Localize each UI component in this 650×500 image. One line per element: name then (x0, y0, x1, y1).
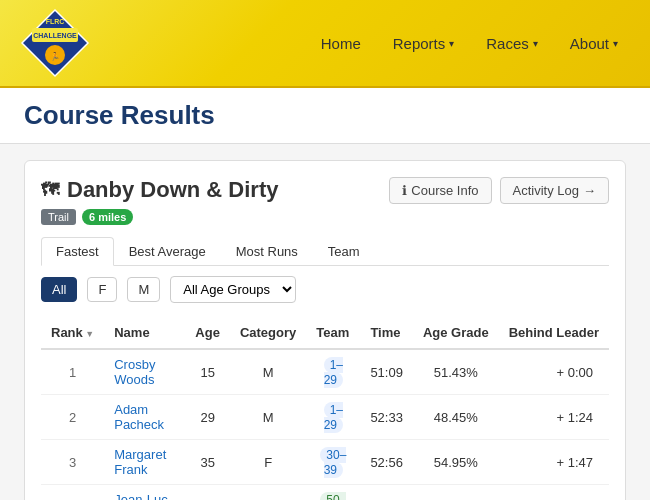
info-icon: ℹ (402, 183, 407, 198)
svg-text:CHALLENGE: CHALLENGE (33, 32, 77, 39)
content-area: 🗺 Danby Down & Dirty Trail 6 miles ℹ Cou… (0, 144, 650, 500)
trail-badge: Trail (41, 209, 76, 225)
team-badge: 1–29 (324, 402, 343, 433)
filter-female[interactable]: F (87, 277, 117, 302)
races-caret-icon: ▾ (533, 38, 538, 49)
course-header: 🗺 Danby Down & Dirty Trail 6 miles ℹ Cou… (41, 177, 609, 225)
svg-text:FLRC: FLRC (46, 18, 65, 25)
cell-team: 1–29 (306, 395, 360, 440)
col-behind-leader: Behind Leader (499, 317, 609, 349)
cell-name[interactable]: Adam Pacheck (104, 395, 185, 440)
cell-name[interactable]: Crosby Woods (104, 349, 185, 395)
col-rank[interactable]: Rank (41, 317, 104, 349)
nav-races[interactable]: Races ▾ (474, 29, 550, 58)
flrc-logo: FLRC CHALLENGE 🏃 (20, 8, 90, 78)
age-group-select[interactable]: All Age Groups 1-29 30-39 40-49 50-59 60… (170, 276, 296, 303)
cell-age-grade: 54.95% (413, 440, 499, 485)
cell-age: 15 (185, 349, 230, 395)
table-row: 3 Margaret Frank 35 F 30–39 52:56 54.95%… (41, 440, 609, 485)
arrow-icon: → (583, 183, 596, 198)
cell-time: 53:25 (360, 485, 413, 501)
main-nav: Home Reports ▾ Races ▾ About ▾ (309, 29, 630, 58)
cell-age: 35 (185, 440, 230, 485)
table-row: 4 Jean-Luc Jannink 54 M 50–59 53:25 55.5… (41, 485, 609, 501)
tab-fastest[interactable]: Fastest (41, 237, 114, 266)
results-tabs: Fastest Best Average Most Runs Team (41, 237, 609, 266)
filter-male[interactable]: M (127, 277, 160, 302)
cell-rank: 1 (41, 349, 104, 395)
table-row: 2 Adam Pacheck 29 M 1–29 52:33 48.45% + … (41, 395, 609, 440)
cell-team: 1–29 (306, 349, 360, 395)
cell-time: 52:33 (360, 395, 413, 440)
course-actions: ℹ Course Info Activity Log → (389, 177, 609, 204)
table-header-row: Rank Name Age Category Team Time Age Gra… (41, 317, 609, 349)
badges-row: Trail 6 miles (41, 209, 278, 225)
cell-behind: + 1:24 (499, 395, 609, 440)
cell-behind: + 1:47 (499, 440, 609, 485)
cell-name[interactable]: Jean-Luc Jannink (104, 485, 185, 501)
cell-category: M (230, 395, 306, 440)
trail-icon: 🗺 (41, 180, 59, 201)
svg-text:🏃: 🏃 (50, 51, 60, 61)
nav-reports[interactable]: Reports ▾ (381, 29, 467, 58)
reports-caret-icon: ▾ (449, 38, 454, 49)
cell-name[interactable]: Margaret Frank (104, 440, 185, 485)
col-team: Team (306, 317, 360, 349)
col-category: Category (230, 317, 306, 349)
col-time: Time (360, 317, 413, 349)
col-name: Name (104, 317, 185, 349)
filter-row: All F M All Age Groups 1-29 30-39 40-49 … (41, 276, 609, 303)
col-age: Age (185, 317, 230, 349)
cell-age: 29 (185, 395, 230, 440)
page-title: Course Results (24, 100, 626, 131)
course-title: 🗺 Danby Down & Dirty (41, 177, 278, 203)
course-info-button[interactable]: ℹ Course Info (389, 177, 491, 204)
page-title-area: Course Results (0, 88, 650, 144)
miles-badge: 6 miles (82, 209, 133, 225)
cell-category: M (230, 349, 306, 395)
course-title-section: 🗺 Danby Down & Dirty Trail 6 miles (41, 177, 278, 225)
cell-rank: 2 (41, 395, 104, 440)
about-caret-icon: ▾ (613, 38, 618, 49)
activity-log-button[interactable]: Activity Log → (500, 177, 609, 204)
cell-behind: + 0:00 (499, 349, 609, 395)
nav-home[interactable]: Home (309, 29, 373, 58)
tab-most-runs[interactable]: Most Runs (221, 237, 313, 265)
cell-age-grade: 55.54% (413, 485, 499, 501)
cell-team: 50–59 (306, 485, 360, 501)
cell-age: 54 (185, 485, 230, 501)
col-age-grade: Age Grade (413, 317, 499, 349)
cell-behind: + 2:16 (499, 485, 609, 501)
cell-age-grade: 51.43% (413, 349, 499, 395)
tab-best-average[interactable]: Best Average (114, 237, 221, 265)
results-table: Rank Name Age Category Team Time Age Gra… (41, 317, 609, 500)
cell-rank: 3 (41, 440, 104, 485)
cell-category: M (230, 485, 306, 501)
cell-rank: 4 (41, 485, 104, 501)
results-card: 🗺 Danby Down & Dirty Trail 6 miles ℹ Cou… (24, 160, 626, 500)
filter-all-gender[interactable]: All (41, 277, 77, 302)
header: FLRC CHALLENGE 🏃 Home Reports ▾ Races ▾ … (0, 0, 650, 88)
cell-time: 51:09 (360, 349, 413, 395)
team-badge: 50–59 (320, 492, 346, 500)
cell-time: 52:56 (360, 440, 413, 485)
nav-about[interactable]: About ▾ (558, 29, 630, 58)
team-badge: 1–29 (324, 357, 343, 388)
tab-team[interactable]: Team (313, 237, 375, 265)
team-badge: 30–39 (320, 447, 346, 478)
logo-area: FLRC CHALLENGE 🏃 (20, 8, 90, 78)
table-row: 1 Crosby Woods 15 M 1–29 51:09 51.43% + … (41, 349, 609, 395)
cell-age-grade: 48.45% (413, 395, 499, 440)
cell-team: 30–39 (306, 440, 360, 485)
cell-category: F (230, 440, 306, 485)
